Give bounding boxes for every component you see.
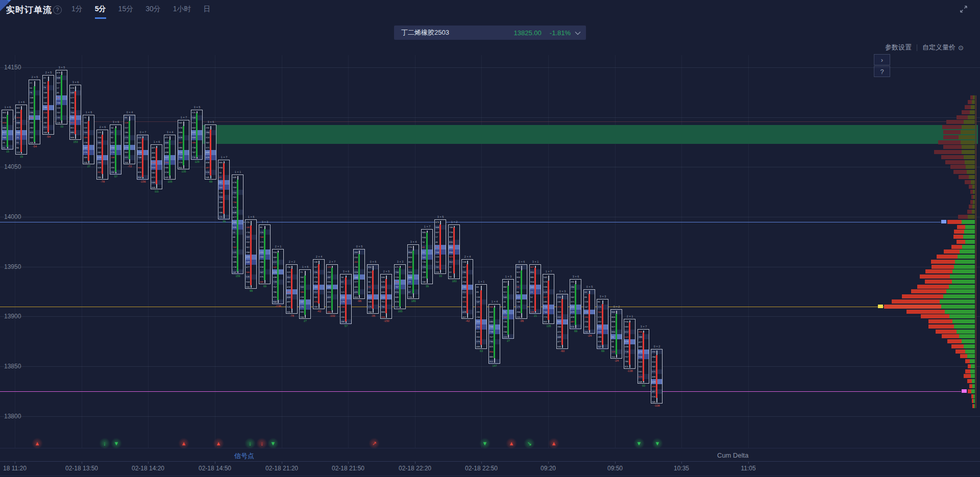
footprint-cluster[interactable]: 2162802453212743623034033324443614853905… [556,294,568,348]
footprint-cluster[interactable]: 7393102134131175160216189257218298247339… [83,115,94,165]
signal-marker[interactable]: ▲ [548,438,559,449]
footprint-cluster[interactable]: 3433463375924161214571504981795392085802… [340,274,352,324]
x-axis-tick [415,462,415,464]
bid-volume-cell: 790 [233,201,236,203]
bid-volume-cell: 718 [192,146,195,148]
bid-volume-cell: 162 [435,261,439,263]
bid-volume-cell: 399 [462,306,466,308]
footprint-cluster[interactable]: 2295892586302876713167123457533747944038… [326,264,338,314]
footprint-cluster[interactable]: 6328246618656909067199477483977780806121… [137,135,149,180]
footprint-cluster[interactable]: 3594673885084175494465904756315046725337… [638,329,649,384]
signal-marker[interactable]: ▼ [111,438,122,449]
footprint-cluster[interactable]: 6198076488486778897069307352276463793104… [69,85,81,139]
signal-marker[interactable]: ▼ [633,438,645,449]
bid-volume-cell: 497 [287,301,290,303]
signal-marker[interactable]: ▲ [506,438,517,449]
order-flow-chart[interactable]: 1415014100140501400013950139001385013800… [0,0,980,477]
signal-marker[interactable]: ↘ [524,438,535,449]
profile-sell-bar [917,285,949,289]
footprint-cluster[interactable]: 8531648822059112469402872032849369784101… [502,279,514,339]
footprint-cluster[interactable]: 6067906358316648726939137229547514678087… [380,274,392,319]
footprint-cluster[interactable]: 9052329342731431443355723961014371304781… [421,229,433,284]
signal-marker[interactable]: ▲ [178,438,189,449]
bid-volume-cell: 303 [557,311,561,313]
footprint-cluster[interactable]: 8922159212569502973033859379884201174611… [367,264,379,314]
bid-volume-cell: 381 [287,281,290,283]
footprint-cluster[interactable]: 7492877869807110836151865192894233923274… [448,224,460,279]
footprint-cluster[interactable]: 5156715447125737536027946318356608766899… [191,110,203,160]
footprint-cluster[interactable]: 8791989082399372801732146362754031044441… [434,219,446,274]
cum-delta-label[interactable]: Cum Delta [717,451,748,459]
open-close-body [494,308,495,359]
footprint-cluster[interactable]: 2131750358793991084401374811665221955632… [29,80,40,144]
footprint-cluster[interactable]: 8019683013785917888821991726094630126342… [15,105,27,155]
footprint-cluster[interactable]: 6718757009167298758497879081613184517287… [394,264,406,309]
footprint-cluster[interactable]: 2943823234233524643815054105464395874686… [286,264,298,314]
bid-volume-cell: 593 [246,286,250,288]
footprint-cluster[interactable]: 5937736228146518556808967099377382976770… [488,304,500,364]
footprint-cluster[interactable]: 5417055707465997876288286578696869107159… [543,274,554,324]
signal-marker[interactable]: ↓ [256,438,267,449]
signal-marker[interactable]: ▼ [267,438,279,449]
signal-marker[interactable]: ▼ [652,438,663,449]
buy-signal-icon: ↓ [260,441,263,446]
bid-volume-cell: 202 [260,246,263,248]
footprint-cluster[interactable]: 8640211544314448417352520256623160726064… [597,299,608,349]
price-gridline [0,217,980,217]
footprint-cluster[interactable]: 6036889409118450147491176532205573234614… [475,284,487,349]
footprint-cluster[interactable]: 1381781672191962602253012543422833833124… [461,259,473,319]
signal-marker[interactable]: ▲ [32,438,43,449]
footprint-cluster[interactable]: 5547225837636128046418456708866999277281… [624,319,635,369]
footprint-cluster[interactable]: 8019683013785917888821991726094630126342… [2,110,13,149]
bid-volume-cell: 400 [652,375,655,378]
footprint-cluster[interactable]: 5547225837636128046418456708866999277281… [272,249,284,304]
profile-buy-bar [962,145,975,149]
profile-sell-bar [965,180,971,184]
footprint-cluster[interactable]: 8640211544314448417352520256623160726064… [259,224,271,284]
footprint-cluster[interactable]: 2035552325962616372906783197193487603778… [353,249,365,299]
footprint-cluster[interactable]: 8401478691888982299272709563113635265393… [610,309,622,359]
bid-volume-cell: 136 [503,321,507,323]
bid-volume-cell: 241 [97,152,101,154]
footprint-cluster[interactable]: 4375694666104956515246925537335827746118… [151,144,162,189]
cluster-delta-text: -42 [310,310,327,313]
bid-volume-cell: 757 [625,356,628,358]
footprint-cluster[interactable]: 8791989082399372801732146362754031044441… [56,70,67,124]
cluster-delta-text: 105 [161,180,178,183]
signal-points-label[interactable]: 信号点 [234,451,254,461]
open-close-body [61,75,62,121]
footprint-cluster[interactable]: 2165722456132746543036953327363617773908… [245,219,257,289]
footprint-cluster[interactable]: 8922159212569502973033859379884201174611… [516,264,527,319]
profile-buy-bar [962,150,975,154]
bid-volume-cell: 107 [503,316,507,318]
footprint-cluster[interactable]: 2553312843723134133424543714954005364295… [570,279,581,329]
footprint-cluster[interactable]: 9052329342731431443355723961014371304781… [218,160,230,219]
signal-marker[interactable]: ↓ [99,438,110,449]
footprint-cluster[interactable]: 1254531544941835352125762416172706582996… [96,130,108,180]
footprint-cluster[interactable]: 4115354405764696174986585276995567405857… [164,135,176,180]
footprint-cluster[interactable]: 9941912846015750118654221558324462427366… [124,115,135,165]
bid-volume-cell: 118 [584,301,588,303]
footprint-cluster[interactable]: 6458416748827039237321576156790978191388… [232,174,243,274]
bid-volume-cell: 943 [530,286,534,288]
footprint-cluster[interactable]: 7393102134131175160216189257218298247339… [299,269,311,319]
open-close-body [331,268,333,310]
footprint-cluster[interactable]: 7756280410383314486218589122692026794930… [407,244,419,299]
profile-sell-bar [965,105,971,109]
footprint-cluster[interactable]: 8271308561718852129142539432942333552376… [529,264,541,314]
profile-buy-bar [962,125,975,129]
signal-marker[interactable]: ↓ [244,438,256,449]
signal-marker[interactable]: ↗ [369,438,380,449]
bid-volume-cell: 63 [111,132,113,134]
footprint-cluster[interactable]: 6076891171181581471991762402052812343222… [583,289,595,334]
footprint-cluster[interactable]: 2131750358793991084401374811665221955632… [42,75,54,135]
signal-marker[interactable]: ▼ [479,438,491,449]
profile-sell-bar [965,369,970,373]
footprint-cluster[interactable]: 5417055707465997876288286578696869107159… [178,120,189,170]
footprint-cluster[interactable]: 1381781672191962602253012543422833833124… [313,259,325,309]
footprint-cluster[interactable]: 3433463375924161214571504981795392085802… [110,124,121,174]
footprint-cluster[interactable]: 2556232846643137053427463717874008284298… [651,349,663,404]
open-close-body [602,304,603,345]
signal-marker[interactable]: ▲ [213,438,224,449]
footprint-cluster[interactable]: 2553312843723134133424543714954005364295… [205,124,216,179]
